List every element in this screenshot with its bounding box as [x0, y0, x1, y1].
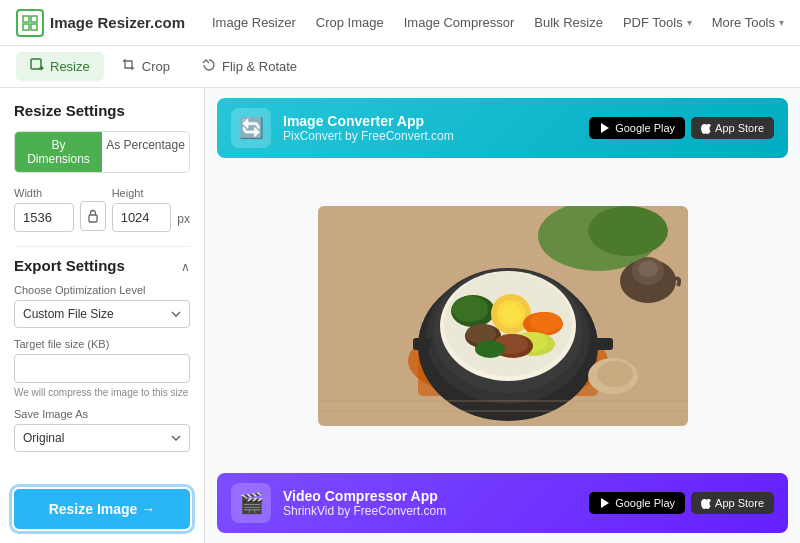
- nav-crop-image[interactable]: Crop Image: [316, 15, 384, 30]
- lock-button[interactable]: [80, 201, 106, 231]
- svg-point-26: [530, 312, 562, 332]
- optimization-select[interactable]: Custom File Size Web Optimized Maximum Q…: [14, 300, 190, 328]
- crop-icon: [122, 58, 136, 75]
- nav-image-resizer[interactable]: Image Resizer: [212, 15, 296, 30]
- height-field-group: Height: [112, 187, 172, 232]
- svg-rect-2: [23, 24, 29, 30]
- bottom-banner-text: Video Compressor App ShrinkVid by FreeCo…: [283, 488, 577, 518]
- target-size-input[interactable]: [14, 354, 190, 383]
- nav-image-compressor[interactable]: Image Compressor: [404, 15, 515, 30]
- video-compressor-icon: 🎬: [231, 483, 271, 523]
- bottom-banner-subtitle: ShrinkVid by FreeConvert.com: [283, 504, 577, 518]
- image-preview: [205, 166, 800, 465]
- svg-point-37: [597, 361, 633, 387]
- tab-by-dimensions[interactable]: By Dimensions: [15, 132, 102, 172]
- tab-as-percentage[interactable]: As Percentage: [102, 132, 189, 172]
- nav-pdf-tools[interactable]: PDF Tools ▾: [623, 15, 692, 30]
- top-banner-store-buttons: Google Play App Store: [589, 117, 774, 139]
- width-height-row: Width Height px: [14, 187, 190, 232]
- svg-rect-1: [31, 16, 37, 22]
- resize-image-button[interactable]: Resize Image →: [14, 489, 190, 529]
- height-label: Height: [112, 187, 172, 199]
- svg-rect-5: [89, 215, 97, 222]
- save-as-label: Save Image As: [14, 408, 190, 420]
- tab-resize[interactable]: Resize: [16, 52, 104, 81]
- resize-settings-title: Resize Settings: [14, 102, 190, 119]
- main-layout: Resize Settings By Dimensions As Percent…: [0, 88, 800, 543]
- optimization-label: Choose Optimization Level: [14, 284, 190, 296]
- target-size-label: Target file size (KB): [14, 338, 190, 350]
- svg-rect-34: [413, 338, 431, 350]
- tab-crop[interactable]: Crop: [108, 52, 184, 81]
- nav-more-tools[interactable]: More Tools ▾: [712, 15, 784, 30]
- tab-flip-rotate[interactable]: Flip & Rotate: [188, 52, 311, 81]
- dimension-tabs: By Dimensions As Percentage: [14, 131, 190, 173]
- sidebar: Resize Settings By Dimensions As Percent…: [0, 88, 205, 543]
- svg-rect-35: [595, 338, 613, 350]
- top-nav: Image Resizer.com Image Resizer Crop Ima…: [0, 0, 800, 46]
- app-store-button-top[interactable]: App Store: [691, 117, 774, 139]
- logo-text: Image Resizer.com: [50, 14, 185, 31]
- converter-app-icon: 🔄: [231, 108, 271, 148]
- bottom-banner: 🎬 Video Compressor App ShrinkVid by Free…: [217, 473, 788, 533]
- unit-label: px: [177, 212, 190, 226]
- bottom-banner-title: Video Compressor App: [283, 488, 577, 504]
- top-banner: 🔄 Image Converter App PixConvert by Free…: [217, 98, 788, 158]
- width-input[interactable]: [14, 203, 74, 232]
- svg-point-21: [452, 296, 488, 322]
- svg-point-9: [588, 206, 668, 256]
- export-settings-header: Export Settings: [14, 257, 190, 274]
- top-banner-subtitle: PixConvert by FreeConvert.com: [283, 129, 577, 143]
- logo[interactable]: Image Resizer.com: [16, 9, 185, 37]
- export-collapse-icon[interactable]: [181, 258, 190, 274]
- svg-point-33: [475, 340, 505, 358]
- svg-point-24: [501, 304, 521, 324]
- chevron-down-icon: ▾: [687, 17, 692, 28]
- google-play-button-top[interactable]: Google Play: [589, 117, 685, 139]
- google-play-button-bottom[interactable]: Google Play: [589, 492, 685, 514]
- food-image: [318, 206, 688, 426]
- content-area: 🔄 Image Converter App PixConvert by Free…: [205, 88, 800, 543]
- logo-icon: [16, 9, 44, 37]
- svg-rect-3: [31, 24, 37, 30]
- app-store-button-bottom[interactable]: App Store: [691, 492, 774, 514]
- top-banner-text: Image Converter App PixConvert by FreeCo…: [283, 113, 577, 143]
- tool-tabs: Resize Crop Flip & Rotate: [0, 46, 800, 88]
- save-as-select[interactable]: Original JPEG PNG WebP: [14, 424, 190, 452]
- hint-text: We will compress the image to this size: [14, 387, 190, 398]
- resize-icon: [30, 58, 44, 75]
- chevron-down-icon: ▾: [779, 17, 784, 28]
- height-input[interactable]: [112, 203, 172, 232]
- svg-marker-40: [601, 498, 609, 508]
- bottom-banner-store-buttons: Google Play App Store: [589, 492, 774, 514]
- width-field-group: Width: [14, 187, 74, 232]
- nav-links: Image Resizer Crop Image Image Compresso…: [212, 15, 784, 30]
- top-banner-title: Image Converter App: [283, 113, 577, 129]
- svg-rect-0: [23, 16, 29, 22]
- svg-point-12: [638, 261, 658, 277]
- nav-bulk-resize[interactable]: Bulk Resize: [534, 15, 603, 30]
- rotate-icon: [202, 58, 216, 75]
- width-label: Width: [14, 187, 74, 199]
- export-settings-title: Export Settings: [14, 257, 125, 274]
- svg-marker-6: [601, 123, 609, 133]
